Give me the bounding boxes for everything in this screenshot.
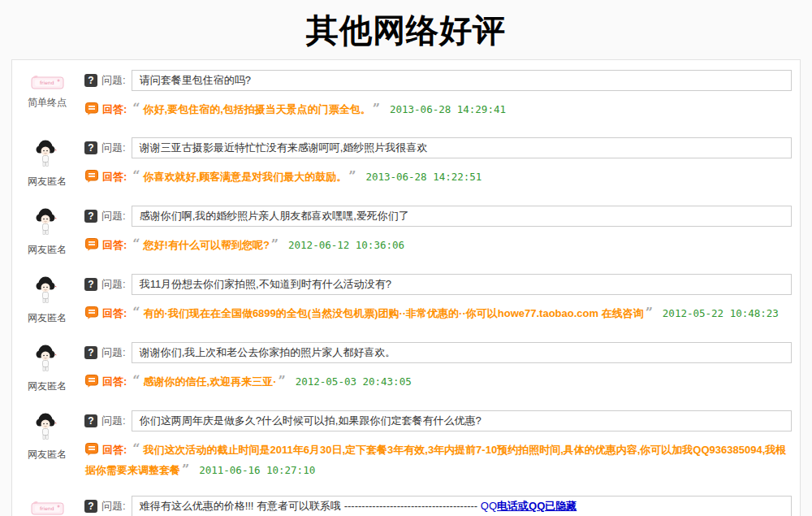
question-mark-icon: ?: [84, 414, 97, 427]
question-mark-icon: ?: [84, 74, 97, 87]
qq-hidden-link[interactable]: 电话或QQ已隐藏: [497, 500, 577, 512]
question-mark-icon: ?: [84, 346, 97, 359]
answer-text: 我们这次活动的截止时间是2011年6月30日,定下套餐3年有效,3年内提前7-1…: [85, 444, 786, 476]
close-quote: ”: [348, 168, 356, 184]
timestamp: 2012-05-03 20:43:05: [296, 375, 412, 388]
open-quote: “: [132, 441, 140, 457]
question-label: 问题:: [102, 499, 126, 514]
username: 网友匿名: [28, 379, 67, 393]
speech-bubble-icon: [85, 443, 98, 461]
answer-text: 您好!有什么可以帮到您呢?: [144, 239, 270, 251]
timestamp: 2012-06-12 10:36:06: [288, 239, 404, 251]
question-mark-icon: ?: [84, 500, 97, 513]
question-box: 你们这两周年庆是做多久?什么时候可以拍,如果跟你们定套餐有什么优惠?: [132, 410, 792, 431]
username: 网友匿名: [28, 311, 67, 325]
answer-label: 回答:: [102, 171, 127, 183]
close-quote: ”: [279, 373, 286, 388]
cartoon-boy-avatar: [33, 275, 61, 310]
question-label: 问题:: [102, 414, 126, 428]
answer-label: 回答:: [102, 103, 127, 115]
svg-text:friend: friend: [40, 80, 54, 85]
timestamp: 2013-06-28 14:22:51: [365, 171, 482, 183]
answer-text: 感谢你的信任,欢迎再来三亚·: [144, 375, 277, 388]
username: 网友匿名: [28, 243, 67, 257]
username: 简单终点: [28, 96, 67, 110]
timestamp: 2013-06-28 14:29:41: [390, 103, 506, 115]
open-quote: “: [132, 168, 140, 184]
question-label: 问题:: [102, 345, 126, 360]
question-label: 问题:: [102, 277, 126, 292]
svg-text:friend: friend: [40, 505, 54, 511]
review-item: 网友匿名 ? 问题: 我11月份想去你们家拍照,不知道到时有什么活动没有? 回答…: [12, 264, 800, 332]
answer-text: 你好,要包住宿的,包括拍摄当天景点的门票全包。: [144, 103, 371, 115]
question-mark-icon: ?: [84, 210, 97, 223]
answer-label: 回答:: [102, 307, 127, 319]
question-label: 问题:: [102, 73, 126, 88]
cartoon-boy-avatar: [33, 139, 61, 173]
close-quote: ”: [373, 101, 380, 116]
question-text: 我11月份想去你们家拍照,不知道到时有什么活动没有?: [140, 278, 391, 290]
speech-bubble-icon: [85, 238, 98, 256]
review-item: friend 简单终点 ? 问题: 请问套餐里包住宿的吗? 回答:“你好,要包住…: [12, 60, 800, 128]
question-text: 谢谢你们,我上次和老公去你家拍的照片家人都好喜欢。: [140, 346, 396, 358]
question-text: 你们这两周年庆是做多久?什么时候可以拍,如果跟你们定套餐有什么优惠?: [140, 414, 482, 427]
open-quote: “: [132, 101, 140, 116]
review-item: 网友匿名 ? 问题: 你们这两周年庆是做多久?什么时候可以拍,如果跟你们定套餐有…: [12, 401, 800, 486]
question-box: 请问套餐里包住宿的吗?: [132, 70, 792, 91]
speech-bubble-icon: [85, 375, 98, 392]
question-mark-icon: ?: [84, 278, 97, 291]
answer-text: 你喜欢就好,顾客满意是对我们最大的鼓励。: [144, 171, 348, 183]
question-text: 请问套餐里包住宿的吗?: [140, 74, 251, 86]
question-text: 谢谢三亚古摄影最近特忙忙没有来感谢呵呵,婚纱照片我很喜欢: [140, 141, 428, 154]
answer-label: 回答:: [102, 375, 127, 388]
pink-banner-avatar: friend: [28, 73, 66, 94]
pink-banner-avatar: friend: [28, 499, 66, 516]
question-text: 难得有这么优惠的价格!!! 有意者可以联系哦: [140, 500, 341, 512]
cartoon-boy-avatar: [33, 344, 61, 378]
question-mark-icon: ?: [84, 141, 97, 154]
question-box: 感谢你们啊,我的婚纱照片亲人朋友都喜欢嘿嘿,爱死你们了: [132, 206, 792, 227]
question-box: 我11月份想去你们家拍照,不知道到时有什么活动没有?: [132, 274, 792, 295]
answer-label: 回答:: [102, 444, 127, 456]
speech-bubble-icon: [85, 170, 98, 188]
speech-bubble-icon: [85, 306, 98, 324]
question-label: 问题:: [102, 209, 126, 223]
close-quote: ”: [646, 305, 653, 320]
cartoon-boy-avatar: [33, 207, 61, 241]
close-quote: ”: [182, 462, 189, 477]
close-quote: ”: [271, 236, 279, 252]
reviews-board: friend 简单终点 ? 问题: 请问套餐里包住宿的吗? 回答:“你好,要包住…: [11, 59, 801, 516]
review-item: 网友匿名 ? 问题: 谢谢三亚古摄影最近特忙忙没有来感谢呵呵,婚纱照片我很喜欢 …: [12, 128, 800, 196]
speech-bubble-icon: [85, 102, 98, 120]
review-item: 网友匿名 ? 问题: 感谢你们啊,我的婚纱照片亲人朋友都喜欢嘿嘿,爱死你们了 回…: [12, 196, 800, 264]
username: 网友匿名: [28, 448, 67, 462]
open-quote: “: [132, 373, 140, 388]
timestamp: 2012-05-22 10:48:23: [663, 307, 779, 319]
open-quote: “: [132, 305, 140, 320]
question-dashes: --------------------------------------: [341, 500, 481, 512]
username: 网友匿名: [28, 175, 67, 189]
question-label: 问题:: [102, 141, 126, 155]
open-quote: “: [132, 236, 140, 252]
question-text: 感谢你们啊,我的婚纱照片亲人朋友都喜欢嘿嘿,爱死你们了: [140, 210, 409, 222]
page-title: 其他网络好评: [0, 0, 812, 59]
answer-label: 回答:: [102, 239, 127, 251]
review-item: 网友匿名 ? 问题: 谢谢你们,我上次和老公去你家拍的照片家人都好喜欢。 回答:…: [12, 332, 800, 401]
question-box: 难得有这么优惠的价格!!! 有意者可以联系哦 -----------------…: [132, 496, 792, 516]
qq-prefix: QQ: [481, 500, 497, 512]
answer-text: 有的·我们现在在全国做6899的全包(当然没包机票)团购··非常优惠的··你可以…: [144, 307, 644, 319]
question-box: 谢谢你们,我上次和老公去你家拍的照片家人都好喜欢。: [132, 342, 792, 363]
review-item: friend 古摄影安心 ? 问题: 难得有这么优惠的价格!!! 有意者可以联系…: [12, 486, 800, 516]
timestamp: 2011-06-16 10:27:10: [199, 464, 315, 476]
question-box: 谢谢三亚古摄影最近特忙忙没有来感谢呵呵,婚纱照片我很喜欢: [132, 137, 792, 158]
cartoon-boy-avatar: [33, 412, 61, 446]
